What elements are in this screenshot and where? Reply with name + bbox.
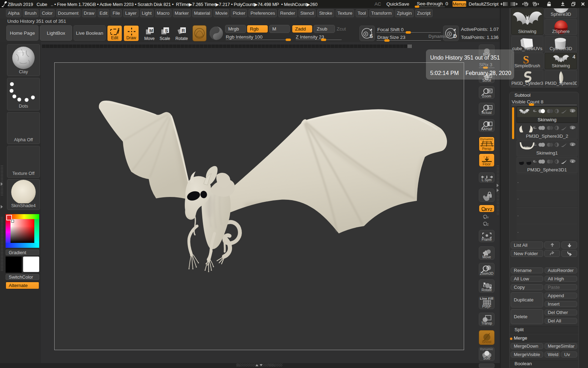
svg-text:c: c (489, 195, 490, 198)
svg-text:S: S (370, 33, 373, 39)
svg-text:S: S (165, 28, 168, 33)
svg-text:Z: Z (487, 223, 489, 226)
svg-text:Y: Y (487, 216, 489, 219)
svg-text:X Y Z: X Y Z (483, 156, 490, 158)
svg-text:x1: x1 (488, 106, 491, 109)
svg-text:M: M (149, 28, 153, 33)
svg-text:D: D (453, 33, 457, 39)
svg-text:XYZ: XYZ (485, 207, 492, 212)
svg-text:R: R (182, 28, 185, 33)
